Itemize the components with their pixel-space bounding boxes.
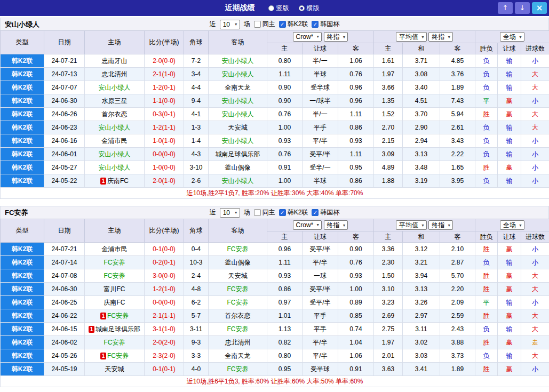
handicap-result-cell: 赢 (498, 94, 521, 108)
odds2-home-cell: 1.50 (374, 269, 403, 283)
odds1-handicap-cell: 受平/半 (303, 148, 338, 161)
team-bar: 安山小绿人 近 10 ▼ 场 同主 ✓ 韩K2联 ✓ 韩国杯 (0, 18, 549, 30)
odds2-stage-select[interactable]: 终指 ▼ (428, 32, 453, 42)
odds1-home-cell: 1.11 (267, 256, 303, 269)
team-label: 忠北清州 (225, 339, 251, 346)
handicap-result-cell: 输 (498, 323, 521, 336)
team-label: 忠南牙山 (102, 57, 128, 65)
handicap-result-cell: 赢 (498, 283, 521, 296)
same-home-checkbox[interactable]: 同主 (254, 208, 275, 217)
col-corner: 角球 (184, 219, 209, 243)
radio-horizontal-layout[interactable]: 横版 (299, 4, 320, 13)
odds1-stage-select[interactable]: 终指 ▼ (324, 32, 348, 42)
odds2-home-cell: 2.30 (374, 256, 403, 269)
near-label: 近 (210, 20, 216, 29)
odds1-stage-select[interactable]: 终指 ▼ (324, 220, 348, 230)
handicap-result-cell: 输 (498, 148, 521, 161)
odds1-away-cell: 0.86 (338, 121, 374, 134)
corner-cell: 4-1 (184, 108, 209, 121)
cup-checkbox[interactable]: ✓ 韩国杯 (312, 20, 339, 29)
score-cell: 3-0(0-0) (145, 269, 184, 283)
matches-label: 场 (244, 208, 250, 217)
col-odds2-away: 客 (440, 231, 475, 243)
scroll-up-button[interactable]: ↑ (498, 2, 513, 14)
date-cell: 24-06-30 (44, 283, 85, 296)
league-checkbox[interactable]: ✓ 韩K2联 (279, 20, 308, 29)
team-label: FC安养 (107, 352, 129, 359)
result-cell: 平 (475, 94, 498, 108)
matches-label: 场 (244, 20, 250, 29)
odds2-home-cell: 1.97 (374, 336, 403, 349)
odds2-draw-cell: 3.19 (403, 174, 440, 188)
odds1-home-cell: 1.11 (267, 68, 303, 81)
away-team-cell: 安山小绿人 (209, 134, 267, 148)
same-home-checkbox[interactable]: 同主 (254, 20, 275, 29)
up-arrow-icon: ↑ (503, 4, 508, 12)
team-label: 首尔衣恋 (102, 110, 128, 118)
bookmaker-select[interactable]: Crow* ▼ (293, 220, 322, 230)
col-type: 类型 (1, 219, 44, 243)
goals-result-cell: 大 (521, 68, 549, 81)
team-label: 天安城 (105, 365, 124, 373)
league-cell: 韩K2联 (1, 68, 44, 81)
odds1-handicap-cell: 平手 (303, 121, 338, 134)
match-row: 韩K2联24-07-14FC安养0-2(0-1)10-3釜山偶像1.11平/半0… (1, 256, 549, 269)
team-label: 城南足球俱乐部 (96, 325, 140, 333)
odds2-home-cell: 3.66 (374, 81, 403, 94)
match-row: 韩K2联24-06-23安山小绿人1-2(1-1)1-3天安城1.00平手0.8… (1, 121, 549, 134)
odds2-away-cell: 2.09 (440, 296, 475, 309)
match-row: 韩K2联24-07-07安山小绿人1-2(0-1)4-4全南天龙0.90受半球0… (1, 81, 549, 94)
home-team-cell: 1城南足球俱乐部 (85, 323, 145, 336)
close-button[interactable]: × (532, 2, 547, 14)
odds2-draw-cell: 3.21 (403, 256, 440, 269)
team-label: 庆南FC (107, 177, 129, 185)
league-cell: 韩K2联 (1, 336, 44, 349)
chevron-down-icon: ▼ (447, 223, 451, 227)
radio-icon (268, 5, 274, 11)
odds1-home-cell: 0.76 (267, 148, 303, 161)
odds1-handicap-cell: 一球 (303, 269, 338, 283)
odds1-away-cell: 0.76 (338, 256, 374, 269)
team-label: 首尔衣恋 (225, 312, 251, 319)
home-team-cell: FC安养 (85, 256, 145, 269)
scope-select[interactable]: 全场 ▼ (500, 32, 524, 42)
average-select[interactable]: 平均值 ▼ (396, 32, 427, 42)
score-cell: 3-1(1-0) (145, 323, 184, 336)
handicap-result-cell: 输 (498, 256, 521, 269)
scroll-down-button[interactable]: ↓ (515, 2, 530, 14)
col-odds2-home: 主 (374, 43, 403, 54)
corner-cell: 2-6 (184, 174, 209, 188)
team-name: FC安养 (5, 208, 28, 218)
odds1-away-cell: 1.11 (338, 148, 374, 161)
home-team-cell: 安山小绿人 (85, 121, 145, 134)
home-team-cell: 1庆南FC (85, 174, 145, 188)
result-cell: 胜 (475, 336, 498, 349)
odds1-away-cell: 1.00 (338, 283, 374, 296)
col-handicap-result: 让球 (498, 43, 521, 54)
corner-cell: 1-3 (184, 121, 209, 134)
average-select[interactable]: 平均值 ▼ (396, 220, 427, 230)
odds1-away-cell: 1.04 (338, 336, 374, 349)
odds1-handicap-cell: 半球 (303, 174, 338, 188)
team-label: 天安城 (228, 124, 248, 131)
team-label: FC安养 (227, 285, 249, 293)
cup-checkbox[interactable]: ✓ 韩国杯 (312, 208, 339, 217)
col-home: 主场 (85, 31, 145, 54)
home-team-cell: 1FC安养 (85, 309, 145, 323)
odds2-away-cell: 3.95 (440, 174, 475, 188)
away-team-cell: 全南天龙 (209, 81, 267, 94)
odds2-stage-select[interactable]: 终指 ▼ (428, 220, 453, 230)
near-label: 近 (210, 208, 216, 217)
result-cell: 负 (475, 121, 498, 134)
league-checkbox[interactable]: ✓ 韩K2联 (279, 208, 308, 217)
bookmaker-select[interactable]: Crow* ▼ (293, 32, 322, 42)
radio-selected-icon (299, 5, 305, 11)
radio-vertical-layout[interactable]: 竖版 (268, 4, 289, 13)
scope-select[interactable]: 全场 ▼ (500, 220, 524, 230)
col-odds2-away: 客 (440, 43, 475, 54)
col-date: 日期 (44, 219, 85, 243)
match-count-select[interactable]: 10 ▼ (220, 208, 240, 218)
match-count-select[interactable]: 10 ▼ (220, 20, 240, 29)
team-label: 安山小绿人 (99, 150, 131, 158)
chevron-down-icon: ▼ (421, 223, 425, 227)
